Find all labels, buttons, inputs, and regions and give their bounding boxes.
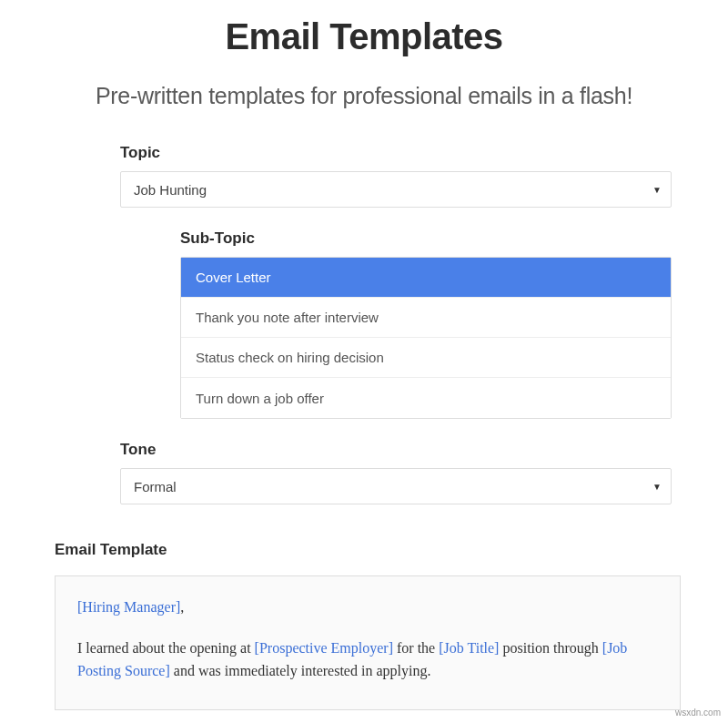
template-text: and was immediately interested in applyi… bbox=[170, 663, 431, 678]
tone-select-value: Formal bbox=[134, 479, 177, 494]
placeholder-prospective-employer: [Prospective Employer] bbox=[255, 640, 393, 656]
topic-select-value: Job Hunting bbox=[134, 182, 207, 198]
template-box: [Hiring Manager], I learned about the op… bbox=[55, 575, 681, 710]
template-section-label: Email Template bbox=[55, 541, 681, 559]
topic-field: Topic Job Hunting ▼ bbox=[47, 144, 681, 208]
sub-topic-item-status-check[interactable]: Status check on hiring decision bbox=[181, 338, 671, 378]
sub-topic-label: Sub-Topic bbox=[180, 229, 672, 248]
form-container: Topic Job Hunting ▼ Sub-Topic Cover Lett… bbox=[0, 144, 728, 504]
page-title: Email Templates bbox=[0, 16, 728, 57]
template-text: for the bbox=[393, 640, 439, 656]
list-item-label: Turn down a job offer bbox=[196, 391, 324, 406]
topic-label: Topic bbox=[120, 144, 672, 162]
sub-topic-item-cover-letter[interactable]: Cover Letter bbox=[181, 258, 671, 298]
sub-topic-item-thank-you[interactable]: Thank you note after interview bbox=[181, 298, 671, 338]
greeting-suffix: , bbox=[180, 599, 184, 615]
chevron-down-icon: ▼ bbox=[652, 482, 662, 492]
template-section: Email Template [Hiring Manager], I learn… bbox=[0, 541, 728, 710]
tone-select[interactable]: Formal ▼ bbox=[120, 468, 672, 504]
template-text: I learned about the opening at bbox=[77, 640, 255, 656]
template-text: position through bbox=[499, 640, 602, 656]
template-greeting: [Hiring Manager], bbox=[77, 596, 658, 619]
sub-topic-item-turn-down[interactable]: Turn down a job offer bbox=[181, 378, 671, 418]
list-item-label: Status check on hiring decision bbox=[196, 350, 384, 365]
sub-topic-field: Sub-Topic Cover Letter Thank you note af… bbox=[47, 229, 681, 419]
sub-topic-list: Cover Letter Thank you note after interv… bbox=[180, 257, 672, 419]
placeholder-hiring-manager: [Hiring Manager] bbox=[77, 599, 180, 615]
page-subtitle: Pre-written templates for professional e… bbox=[0, 83, 728, 109]
placeholder-job-title: [Job Title] bbox=[439, 640, 499, 656]
list-item-label: Cover Letter bbox=[196, 270, 271, 285]
chevron-down-icon: ▼ bbox=[652, 185, 662, 195]
tone-label: Tone bbox=[120, 441, 672, 459]
watermark: wsxdn.com bbox=[675, 708, 721, 718]
template-paragraph-1: I learned about the opening at [Prospect… bbox=[77, 637, 658, 683]
list-item-label: Thank you note after interview bbox=[196, 310, 379, 325]
topic-select[interactable]: Job Hunting ▼ bbox=[120, 171, 672, 208]
tone-field: Tone Formal ▼ bbox=[47, 441, 681, 504]
